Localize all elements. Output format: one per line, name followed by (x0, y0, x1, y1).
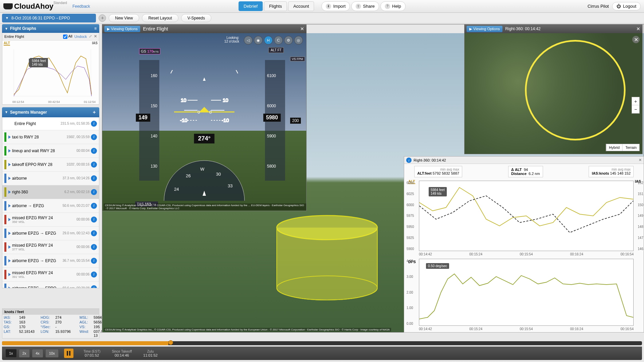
help-button[interactable]: ?Help (380, 1, 406, 11)
info-icon[interactable]: i (91, 285, 97, 288)
segment-row[interactable]: missed EPZG RWY 24356' MSL 00:00:06i (2, 213, 99, 227)
chart-tooltip: 5984 feet149 kts (30, 58, 48, 67)
map-type-hybrid[interactable]: Hybrid (606, 144, 623, 151)
time-local: Time (EST)07:01:52 (84, 350, 101, 357)
segment-row[interactable]: lineup and wait RWY 28 00:00:04i (2, 144, 99, 158)
segment-row[interactable]: takeoff EPPO RWY 28 1020', 00:00:16i (2, 158, 99, 172)
viewing-options-button[interactable]: ▶Viewing Options (104, 26, 140, 32)
overview-chart[interactable]: ALT IAS 5984 feet149 kts 00:12:54 00:42:… (2, 41, 99, 104)
info-icon[interactable]: i (91, 162, 97, 168)
time-since-takeoff: Since Takeoff00:14:46 (112, 350, 132, 357)
timeline-scrubber[interactable] (2, 341, 642, 345)
segment-row[interactable]: airborne → EPZG 50.6 nm, 00:21:07i (2, 199, 99, 213)
speed-4x[interactable]: 4x (32, 349, 43, 358)
info-icon[interactable]: i (406, 158, 412, 163)
pfd-mode-eye2[interactable]: ◎ (294, 36, 303, 45)
time-zulu: Zulu11:01:52 (143, 350, 158, 357)
airspeed-value: 149 (136, 114, 150, 122)
all-checkbox[interactable] (63, 35, 67, 39)
map-type-terrain[interactable]: Terrain (622, 144, 639, 151)
segment-entire-flight[interactable]: Entire Flight 231.5 nm, 01:58:35 i (2, 117, 99, 130)
segments-header[interactable]: ▼Segments Manager＋ (2, 107, 99, 117)
tab-account[interactable]: Account (288, 1, 314, 11)
segment-row[interactable]: missed EPZG RWY 24377' MSL 00:00:06i (2, 240, 99, 254)
segment-row[interactable]: airborne 37.3 nm, 00:14:26i (2, 172, 99, 185)
add-segment-button[interactable]: ＋ (92, 109, 97, 115)
flight-graphs-header[interactable]: ▼Flight Graphs≡ (2, 24, 99, 33)
info-icon[interactable]: i (91, 121, 97, 127)
info-icon[interactable]: i (91, 148, 97, 154)
map-view[interactable]: ✕ ＋ − Hybrid Terrain (465, 33, 642, 154)
tab-debrief[interactable]: Debrief (238, 1, 263, 11)
pfd-display[interactable]: Looking:12 o'clock ◁ ◉ H C ⚙ ◎ GS 170KTS… (102, 33, 306, 211)
close-icon[interactable]: ✕ (639, 158, 642, 162)
pane-title: Entire Flight (143, 26, 168, 32)
info-icon[interactable]: i (91, 272, 97, 278)
reset-layout-button[interactable]: Reset Layout (142, 14, 178, 22)
segment-row[interactable]: missed EPZG RWY 24391' MSL 00:00:06i (2, 268, 99, 282)
alt-ias-chart[interactable]: 5984 feet149 kts 60506025600059755950592… (419, 181, 634, 251)
ground-speed: GS 170KTS (139, 48, 160, 54)
segment-row[interactable]: airborne EPZG → EPPO 69.6 nm, 00:29:38i (2, 282, 99, 288)
telemetry-header: knots / feet (2, 309, 99, 315)
svg-marker-20 (203, 77, 206, 81)
flight-selector[interactable]: ▼8-Oct 2016 06:31 EPPO→EPPO (2, 14, 96, 22)
segment-row[interactable]: airborne EPZG → EPZG 29.0 nm, 00:12:43i (2, 227, 99, 240)
feedback-link[interactable]: Feedback (72, 4, 90, 9)
map-reset-icon[interactable]: ✕ (632, 36, 640, 43)
play-icon (8, 245, 11, 249)
segment-row[interactable]: airborne EPZG → EPZG 36.7 nm, 00:15:54i (2, 254, 99, 268)
info-icon[interactable]: i (91, 175, 97, 181)
info-icon[interactable]: i (91, 134, 97, 140)
new-view-button[interactable]: New View (109, 14, 139, 22)
undock-link[interactable]: Undock (74, 35, 87, 39)
segment-row[interactable]: right-360 6.2 nm, 00:02:18i (2, 185, 99, 199)
svg-text:30: 30 (216, 172, 221, 177)
segment-row[interactable]: taxi to RWY 28 1560', 00:15:59i (2, 130, 99, 144)
add-view-button[interactable]: ＋ (99, 14, 106, 22)
info-icon[interactable]: i (91, 258, 97, 264)
speed-1x[interactable]: 1x (5, 349, 17, 358)
close-icon[interactable]: ✕ (300, 26, 304, 32)
speed-2x[interactable]: 2x (19, 349, 30, 358)
logout-button[interactable]: ⏻Logout (612, 2, 641, 10)
tab-flights[interactable]: Flights (264, 1, 287, 11)
alt-axis-label: ALT (4, 41, 10, 46)
pfd-mode-gear[interactable]: ⚙ (284, 36, 293, 45)
info-icon[interactable]: i (91, 203, 97, 209)
pfd-mode-c[interactable]: C (274, 36, 283, 45)
pfd-view-eye[interactable]: ◉ (254, 36, 263, 45)
import-button[interactable]: ⬇Import (321, 1, 350, 11)
telemetry-panel: knots / feet IAS:149 HDG:274 MSL:5984 TA… (2, 308, 99, 339)
vspeeds-button[interactable]: V-Speeds (181, 14, 211, 22)
play-icon (8, 259, 11, 262)
zoom-in-button[interactable]: ＋ (632, 97, 639, 105)
expand-icon[interactable]: ⤢ (89, 34, 92, 39)
vs-unit-label: VS FPM (290, 57, 305, 61)
info-icon[interactable]: i (91, 217, 97, 223)
info-icon[interactable]: i (91, 230, 97, 236)
chevron-down-icon: ▼ (5, 16, 9, 20)
chart-tooltip: 5984 feet149 kts (429, 187, 447, 196)
close-icon[interactable]: ✕ (636, 26, 640, 32)
info-icon[interactable]: i (91, 189, 97, 195)
pfd-mode-h[interactable]: H (264, 36, 273, 45)
svg-text:10: 10 (223, 97, 228, 103)
pfd-view-prev[interactable]: ◁ (244, 36, 253, 45)
close-icon[interactable]: ✕ (94, 34, 97, 39)
speed-10x[interactable]: 10x (45, 349, 59, 358)
play-pause-button[interactable] (64, 349, 73, 358)
info-icon[interactable]: i (91, 244, 97, 250)
altitude-value: 5980 (263, 114, 281, 122)
menu-icon[interactable]: ≡ (94, 26, 97, 31)
svg-text:-10: -10 (222, 117, 229, 123)
alt-stats: min avg max ALT:feet 5792 5832 5887 (414, 166, 462, 177)
playback-bar: 1x 2x 4x 10x Time (EST)07:01:52 Since Ta… (2, 347, 642, 360)
world-attribution: CESIUM bing © Analytical Graphics Inc., … (104, 328, 391, 331)
svg-text:26: 26 (186, 173, 191, 178)
share-button[interactable]: ⇪Share (351, 1, 379, 11)
dps-chart[interactable]: 0.50 deg/sec 4.003.002.001.000.00 (419, 259, 634, 326)
zoom-out-button[interactable]: − (632, 105, 639, 113)
viewing-options-button[interactable]: ▶Viewing Options (467, 26, 502, 32)
timeline-handle[interactable] (168, 340, 173, 345)
